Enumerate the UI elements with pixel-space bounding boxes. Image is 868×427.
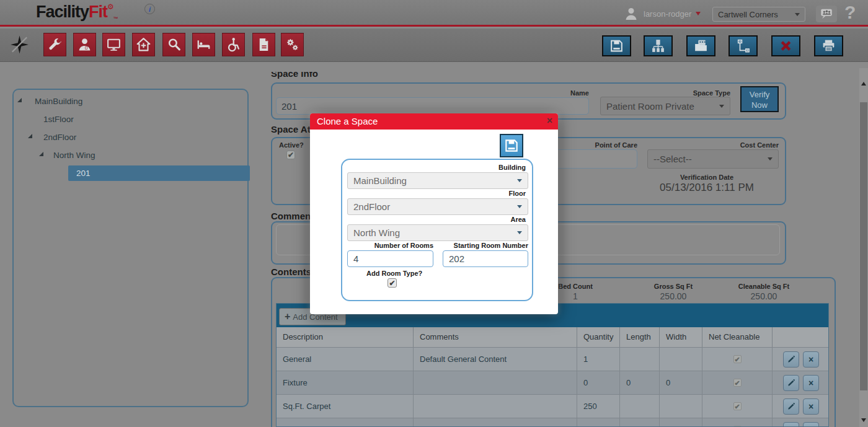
starting-room-number-input[interactable] [443,250,528,267]
app-window: FacilityFit⚙™ i larson-rodger Cartwell C… [0,0,868,427]
area-select[interactable]: North Wing [347,224,528,241]
building-select[interactable]: MainBuilding [347,172,528,189]
chevron-down-icon [517,231,522,234]
clone-options-fieldset: Building MainBuilding Floor 2ndFloor Are… [341,159,533,301]
add-room-type-checkbox[interactable]: ✔ [388,278,397,288]
add-room-type-label: Add Room Type? [366,270,422,277]
area-label: Area [511,216,526,223]
modal-save-button[interactable] [500,134,523,157]
floor-label: Floor [509,190,526,197]
clone-space-modal: Clone a Space × Building MainBuilding Fl… [310,113,558,314]
number-of-rooms-input[interactable] [347,250,433,267]
save-icon [503,138,520,154]
chevron-down-icon [517,205,522,208]
modal-title: Clone a Space [317,116,378,126]
modal-header[interactable]: Clone a Space × [310,113,558,130]
floor-select[interactable]: 2ndFloor [347,198,528,215]
area-value: North Wing [353,227,517,238]
building-label: Building [498,164,526,171]
chevron-down-icon [517,179,522,182]
building-value: MainBuilding [353,175,517,186]
floor-value: 2ndFloor [353,201,517,212]
starting-room-number-label: Starting Room Number [443,242,528,249]
close-icon[interactable]: × [547,115,552,126]
number-of-rooms-label: Number of Rooms [347,242,433,249]
